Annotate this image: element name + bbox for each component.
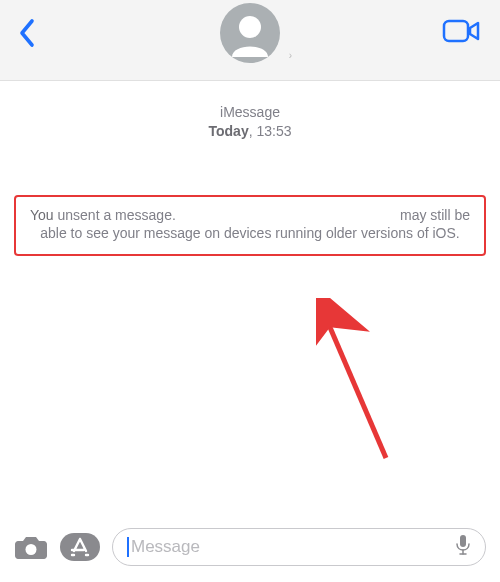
app-store-icon — [60, 533, 100, 561]
app-store-button[interactable] — [60, 533, 100, 561]
messages-area: iMessage Today, 13:53 You unsent a messa… — [0, 81, 500, 518]
text-cursor — [127, 537, 129, 557]
notice-top-left: unsent a message. — [54, 207, 176, 223]
message-input[interactable]: Message — [112, 528, 486, 566]
camera-button[interactable] — [14, 533, 48, 561]
microphone-icon — [455, 534, 471, 556]
svg-point-0 — [239, 16, 261, 38]
person-icon — [220, 3, 280, 63]
notice-you: You — [30, 207, 54, 223]
input-toolbar: Message — [0, 518, 500, 582]
video-call-button[interactable] — [442, 18, 482, 48]
avatar — [220, 3, 280, 63]
day-label: Today — [208, 123, 248, 139]
video-camera-icon — [442, 18, 482, 44]
conversation-header: › — [0, 0, 500, 81]
unsend-notice: You unsent a message. may still be able … — [14, 195, 486, 256]
contact-avatar-area[interactable]: › — [220, 3, 280, 63]
svg-rect-4 — [60, 533, 100, 561]
notice-rest: able to see your message on devices runn… — [30, 224, 470, 242]
back-button[interactable] — [18, 19, 46, 47]
svg-rect-1 — [444, 21, 468, 41]
timestamp-label: iMessage Today, 13:53 — [208, 103, 291, 141]
dictation-button[interactable] — [455, 534, 471, 560]
chevron-right-icon: › — [289, 50, 292, 61]
camera-icon — [14, 533, 48, 561]
chevron-left-icon — [18, 18, 36, 48]
notice-top-right: may still be — [400, 206, 470, 224]
service-label: iMessage — [208, 103, 291, 122]
svg-rect-5 — [460, 535, 466, 547]
input-placeholder: Message — [131, 537, 455, 557]
svg-point-3 — [26, 544, 37, 555]
